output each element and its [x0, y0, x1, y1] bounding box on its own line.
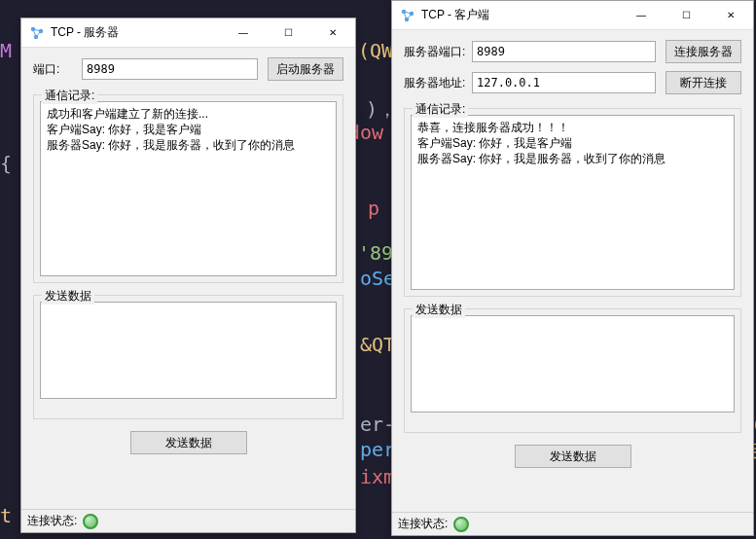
bg-code-fragment: (QW — [358, 33, 393, 68]
minimize-button[interactable]: — — [221, 18, 266, 47]
client-window: TCP - 客户端 — ☐ ✕ 服务器端口: 连接服务器 服务器地址: 断开连接… — [391, 0, 754, 536]
window-controls: — ☐ ✕ — [221, 18, 355, 47]
connection-status-icon — [83, 514, 98, 529]
maximize-button[interactable]: ☐ — [266, 18, 310, 47]
client-send-input[interactable] — [411, 315, 735, 413]
status-label: 连接状态: — [398, 516, 448, 532]
log-group-label: 通信记录: — [413, 101, 468, 118]
bg-code-fragment: p — [368, 191, 379, 226]
send-groupbox: 发送数据 — [404, 308, 741, 433]
send-groupbox: 发送数据 — [33, 295, 343, 419]
bg-code-fragment: t — [0, 498, 12, 533]
server-send-button[interactable]: 发送数据 — [130, 431, 247, 454]
window-controls: — ☐ ✕ — [619, 1, 753, 29]
bg-code-fragment: ixm — [360, 459, 395, 494]
client-statusbar: 连接状态: — [392, 512, 753, 535]
server-titlebar[interactable]: TCP - 服务器 — ☐ ✕ — [21, 18, 355, 48]
client-send-button[interactable]: 发送数据 — [515, 445, 631, 468]
client-client-area: 服务器端口: 连接服务器 服务器地址: 断开连接 通信记录: 恭喜，连接服务器成… — [392, 30, 753, 512]
client-title: TCP - 客户端 — [421, 7, 619, 23]
connection-status-icon — [453, 517, 469, 532]
send-group-label: 发送数据 — [413, 302, 465, 318]
bg-code-fragment: M — [0, 33, 12, 68]
app-icon — [400, 8, 415, 23]
bg-code-fragment: oSe — [360, 261, 395, 296]
port-input[interactable] — [82, 58, 258, 80]
close-button[interactable]: ✕ — [310, 18, 355, 47]
server-client-area: 端口: 启动服务器 通信记录: 成功和客户端建立了新的连接... 客户端Say:… — [21, 48, 355, 509]
server-port-label: 服务器端口: — [404, 44, 472, 60]
server-port-input[interactable] — [472, 41, 656, 62]
bg-code-fragment: &QT — [360, 327, 395, 362]
log-group-label: 通信记录: — [42, 88, 97, 104]
port-label: 端口: — [33, 61, 82, 78]
connect-server-button[interactable]: 连接服务器 — [666, 40, 741, 63]
server-window: TCP - 服务器 — ☐ ✕ 端口: 启动服务器 通信记录: 成功和客户端建立… — [20, 18, 356, 533]
disconnect-button[interactable]: 断开连接 — [666, 71, 741, 94]
server-send-input[interactable] — [40, 302, 337, 399]
close-button[interactable]: ✕ — [708, 1, 753, 29]
send-group-label: 发送数据 — [42, 288, 94, 305]
status-label: 连接状态: — [27, 513, 77, 529]
bg-code-fragment: { — [0, 146, 12, 181]
maximize-button[interactable]: ☐ — [664, 1, 708, 29]
minimize-button[interactable]: — — [619, 1, 664, 29]
server-addr-input[interactable] — [472, 72, 656, 93]
client-titlebar[interactable]: TCP - 客户端 — ☐ ✕ — [392, 1, 753, 30]
app-icon — [29, 25, 45, 41]
server-title: TCP - 服务器 — [51, 24, 221, 41]
server-statusbar: 连接状态: — [21, 509, 355, 532]
server-log[interactable]: 成功和客户端建立了新的连接... 客户端Say: 你好，我是客户端 服务器Say… — [40, 101, 337, 276]
server-addr-label: 服务器地址: — [404, 75, 472, 91]
client-log[interactable]: 恭喜，连接服务器成功！！！ 客户端Say: 你好，我是客户端 服务器Say: 你… — [411, 115, 735, 290]
log-groupbox: 通信记录: 成功和客户端建立了新的连接... 客户端Say: 你好，我是客户端 … — [33, 94, 343, 283]
log-groupbox: 通信记录: 恭喜，连接服务器成功！！！ 客户端Say: 你好，我是客户端 服务器… — [404, 108, 741, 297]
start-server-button[interactable]: 启动服务器 — [268, 57, 343, 81]
